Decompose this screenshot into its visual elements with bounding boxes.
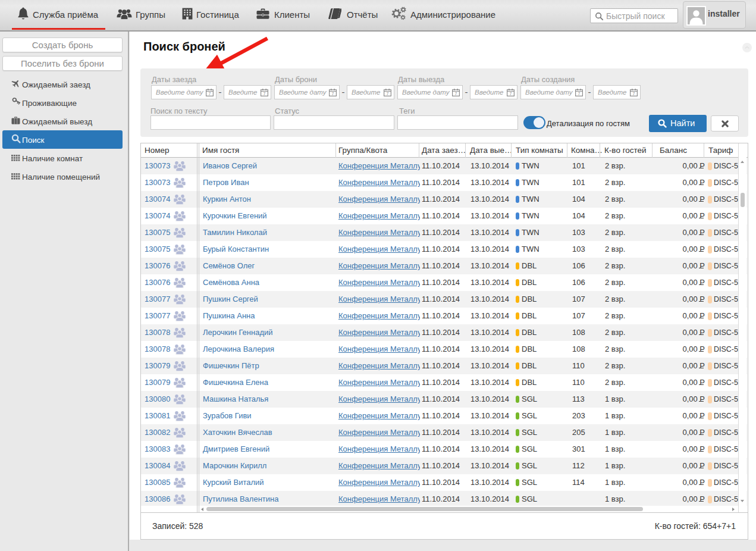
svg-text:7: 7 [455,92,457,96]
svg-text:7: 7 [510,92,512,96]
svg-text:7: 7 [263,92,266,96]
svg-text:7: 7 [633,92,635,96]
svg-text:7: 7 [387,92,389,96]
svg-text:7: 7 [332,92,334,96]
svg-text:7: 7 [209,92,211,96]
svg-text:7: 7 [578,92,581,96]
